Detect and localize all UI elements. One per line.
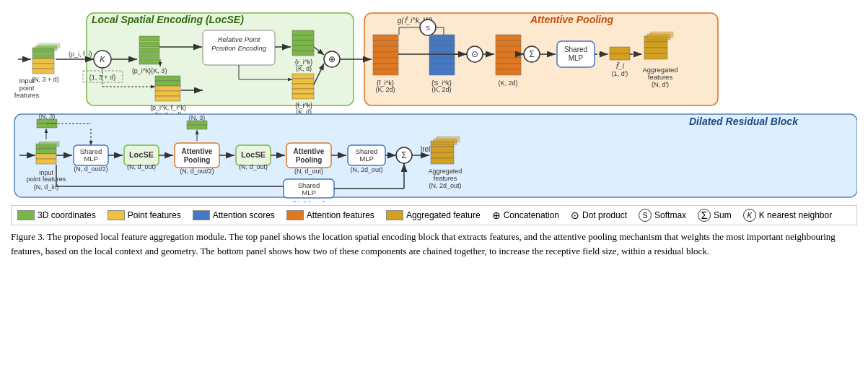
- svg-rect-114: [610, 47, 630, 53]
- svg-text:Attentive: Attentive: [294, 147, 325, 155]
- sum-label: Sum: [714, 210, 732, 220]
- svg-text:Pooling: Pooling: [296, 156, 323, 164]
- svg-text:(N, 2d_out): (N, 2d_out): [292, 200, 325, 202]
- svg-text:features: features: [14, 91, 40, 99]
- svg-rect-59: [292, 89, 314, 94]
- svg-text:LocSE: LocSE: [129, 150, 154, 159]
- svg-text:(K, 2d): (K, 2d): [498, 79, 517, 87]
- svg-rect-102: [496, 58, 521, 64]
- svg-text:features: features: [648, 73, 673, 81]
- point-features-label: Point features: [128, 210, 181, 220]
- svg-rect-142: [37, 124, 57, 128]
- svg-rect-89: [429, 64, 455, 69]
- svg-rect-68: [373, 35, 398, 40]
- svg-rect-35: [155, 86, 180, 91]
- attention-features-label: Attention features: [307, 210, 374, 220]
- svg-rect-49: [292, 40, 314, 46]
- svg-text:{p_i^k}(K, 3): {p_i^k}(K, 3): [132, 67, 167, 74]
- svg-rect-10: [32, 64, 54, 69]
- svg-text:Attentive: Attentive: [182, 147, 213, 155]
- svg-text:(N, d_out/2): (N, d_out/2): [74, 165, 108, 173]
- svg-text:⊕: ⊕: [328, 54, 336, 64]
- svg-rect-36: [155, 91, 180, 96]
- svg-text:Σ: Σ: [401, 150, 406, 160]
- svg-text:(K, d): (K, d): [296, 65, 312, 72]
- svg-rect-98: [496, 35, 521, 40]
- svg-text:(N, d_out): (N, d_out): [239, 163, 268, 170]
- svg-rect-121: [644, 48, 667, 53]
- svg-rect-33: [155, 76, 180, 81]
- svg-text:S: S: [426, 25, 430, 32]
- svg-rect-58: [292, 84, 314, 89]
- svg-rect-9: [32, 59, 54, 64]
- svg-text:(K, 2d): (K, 2d): [431, 86, 451, 93]
- svg-text:(N, d_out): (N, d_out): [294, 168, 323, 175]
- legend: 3D coordinates Point features Attention …: [11, 205, 857, 225]
- legend-point-features: Point features: [108, 209, 181, 222]
- svg-rect-27: [139, 36, 159, 41]
- dot-label: Dot product: [582, 210, 627, 220]
- svg-rect-50: [292, 46, 314, 51]
- aggregated-label: Aggregated feature: [406, 210, 481, 220]
- figure-caption: Figure 3. The proposed local feature agg…: [11, 230, 857, 258]
- main-diagram-svg: Local Spatial Encoding (LocSE) Attentive…: [11, 7, 857, 202]
- softmax-icon: S: [639, 209, 652, 222]
- concat-label: Concatenation: [504, 210, 559, 220]
- svg-text:{p_i^k, f_i^k}: {p_i^k, f_i^k}: [150, 104, 186, 111]
- svg-rect-60: [292, 94, 314, 99]
- svg-text:features: features: [434, 175, 457, 182]
- svg-text:MLP: MLP: [84, 155, 98, 163]
- legend-aggregated: Aggregated feature: [386, 209, 481, 222]
- knn-label: K nearest neighbor: [759, 210, 832, 220]
- svg-rect-70: [373, 46, 398, 52]
- legend-sum: Σ Sum: [698, 209, 732, 222]
- legend-attention-features: Attention features: [286, 209, 374, 222]
- svg-text:point features: point features: [27, 176, 66, 183]
- svg-text:(N, 3): (N, 3): [189, 114, 206, 121]
- legend-concat: ⊕ Concatenation: [492, 209, 559, 222]
- svg-text:K: K: [100, 55, 105, 64]
- svg-rect-196: [437, 137, 460, 142]
- aggregated-swatch: [386, 210, 403, 220]
- svg-text:Attentive Pooling: Attentive Pooling: [530, 14, 614, 25]
- svg-rect-132: [36, 149, 56, 154]
- svg-rect-103: [496, 64, 521, 69]
- svg-text:Dilated Residual Block: Dilated Residual Block: [689, 116, 799, 127]
- svg-rect-100: [496, 46, 521, 52]
- svg-rect-31: [139, 59, 159, 64]
- svg-rect-11: [32, 69, 54, 74]
- svg-text:(N, 2d_out): (N, 2d_out): [350, 166, 382, 173]
- svg-text:f̃_i: f̃_i: [615, 61, 625, 70]
- svg-text:Aggregated: Aggregated: [429, 168, 463, 175]
- svg-rect-34: [155, 81, 180, 86]
- svg-rect-88: [429, 58, 455, 64]
- svg-rect-48: [292, 35, 314, 40]
- svg-rect-120: [644, 42, 667, 48]
- legend-3d-coords: 3D coordinates: [17, 209, 96, 222]
- svg-rect-87: [429, 52, 455, 58]
- svg-rect-29: [139, 48, 159, 53]
- svg-rect-101: [496, 52, 521, 58]
- svg-rect-133: [36, 154, 56, 159]
- svg-text:⊙: ⊙: [471, 49, 478, 59]
- svg-rect-86: [429, 46, 455, 52]
- softmax-label: Softmax: [654, 210, 686, 220]
- svg-text:Position Encoding: Position Encoding: [211, 44, 267, 52]
- svg-rect-162: [187, 125, 207, 129]
- svg-text:MLP: MLP: [302, 189, 316, 196]
- svg-text:Relative Point: Relative Point: [218, 35, 260, 43]
- svg-rect-99: [496, 40, 521, 46]
- attention-features-swatch: [286, 210, 304, 220]
- svg-rect-193: [431, 152, 454, 158]
- svg-rect-115: [610, 53, 630, 60]
- diagram-container: Local Spatial Encoding (LocSE) Attentive…: [11, 7, 857, 258]
- svg-rect-8: [32, 53, 54, 59]
- svg-rect-28: [139, 42, 159, 47]
- svg-text:(N, d_out): (N, d_out): [127, 163, 156, 170]
- 3d-coords-label: 3D coordinates: [38, 210, 96, 220]
- svg-rect-192: [431, 147, 454, 152]
- svg-rect-13: [38, 43, 60, 48]
- svg-rect-69: [373, 40, 398, 46]
- svg-text:Σ: Σ: [529, 49, 534, 59]
- svg-text:(p_i, f_i): (p_i, f_i): [69, 51, 92, 58]
